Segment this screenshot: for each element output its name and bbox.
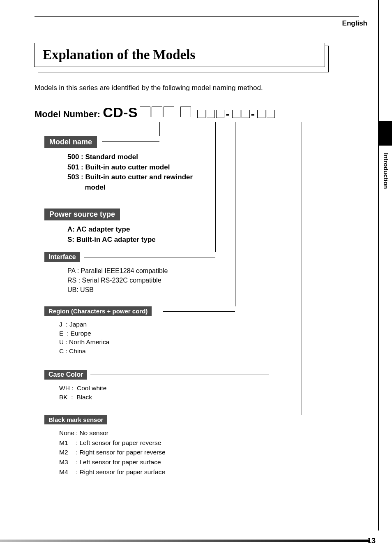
model-name-items: 500 : Standard model 501 : Built-in auto… <box>67 152 193 193</box>
case-color-items: WH : Cool white BK : Black <box>59 384 106 401</box>
title-frame: Explanation of the Models <box>38 46 329 72</box>
footer-bar <box>0 540 370 542</box>
page-number: 13 <box>367 537 376 545</box>
section-black-mark: Black mark sensor None:No sensor M1:Left… <box>44 415 167 477</box>
case-color-label: Case Color <box>44 370 87 380</box>
power-items: A: AC adapter type S: Built-in AC adapte… <box>67 225 156 245</box>
side-tab-label: Introduction <box>383 153 390 189</box>
model-name-label: Model name <box>44 136 97 148</box>
side-tab-block <box>379 121 392 146</box>
intro-text: Models in this series are identified by … <box>35 84 372 92</box>
top-rule <box>35 16 359 17</box>
model-number-row: Model Number: CD-S - - <box>35 104 372 120</box>
model-prefix: CD-S <box>103 104 138 120</box>
interface-items: PA : Parallel IEEE1284 compatible RS : S… <box>67 266 168 295</box>
section-region: Region (Characters + power cord) J : Jap… <box>44 306 152 356</box>
region-items: J : Japan E : Europe U : North America C… <box>59 320 152 356</box>
black-mark-label: Black mark sensor <box>44 415 107 424</box>
section-interface: Interface PA : Parallel IEEE1284 compati… <box>44 252 168 295</box>
section-model-name: Model name 500 : Standard model 501 : Bu… <box>44 136 193 193</box>
right-margin-rule <box>378 0 379 531</box>
section-power: Power source type A: AC adapter type S: … <box>44 208 156 245</box>
power-label: Power source type <box>44 208 120 220</box>
model-boxes: - - <box>138 107 275 120</box>
diagram-area: Model name 500 : Standard model 501 : Bu… <box>35 125 372 511</box>
section-case-color: Case Color WH : Cool white BK : Black <box>44 370 106 401</box>
model-number-label: Model Number: <box>35 109 100 120</box>
interface-label: Interface <box>44 252 80 262</box>
black-mark-items: None:No sensor M1:Left sensor for paper … <box>59 429 167 477</box>
region-label: Region (Characters + power cord) <box>44 306 152 316</box>
language-label: English <box>35 19 372 28</box>
page-title: Explanation of the Models <box>43 47 195 62</box>
